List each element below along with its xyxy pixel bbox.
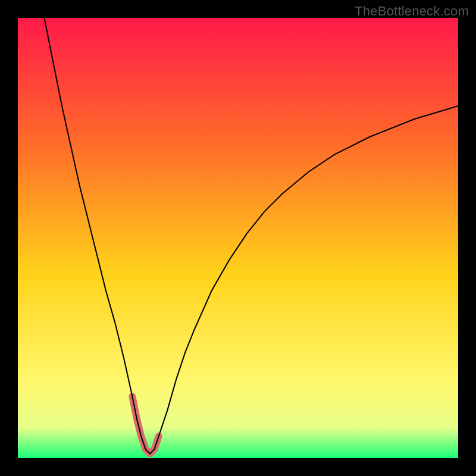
plot-background bbox=[18, 18, 458, 458]
watermark-text: TheBottleneck.com bbox=[355, 4, 469, 19]
bottleneck-plot bbox=[18, 18, 458, 458]
chart-stage: TheBottleneck.com bbox=[0, 0, 476, 476]
